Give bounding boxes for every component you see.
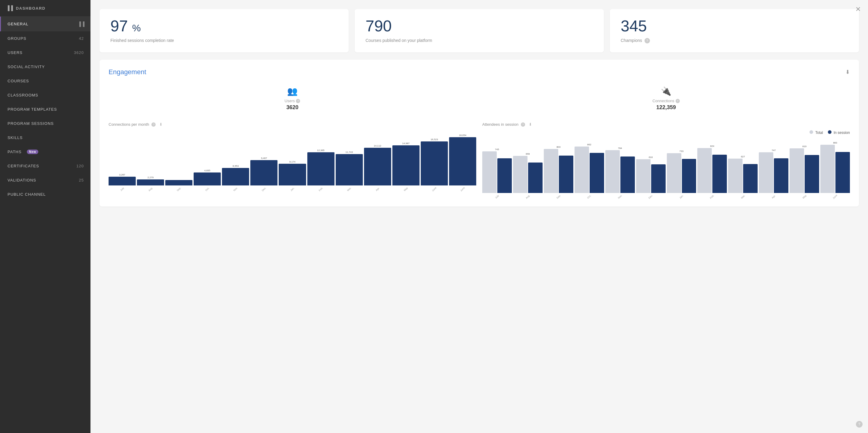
bar [307,152,335,185]
bar-x-label: Feb. [318,187,323,192]
total-bar [575,147,589,193]
completion-value: 97 % [111,18,338,34]
engagement-download-button[interactable]: ⬇ [845,69,850,75]
dual-bar-group: 747Apr. [759,149,788,198]
sidebar-item-social-activity[interactable]: SOCIAL ACTIVITY [0,60,91,74]
total-bar [667,153,681,193]
bar-group: 2,279Aug. [137,176,164,191]
bar-x-label: Aug. [148,187,153,192]
total-bar [636,159,651,193]
sidebar-count-groups: 42 [79,36,84,41]
bar-value-label: 11,743 [345,151,352,153]
attendees-chart-help[interactable]: ? [521,122,525,127]
sidebar-label-public-channel: PUBLIC CHANNEL [7,192,46,196]
bar-x-label: May [403,187,408,192]
connections-chart-help[interactable]: ? [151,122,156,127]
total-bar [728,159,743,193]
sidebar-label-classrooms: CLASSROOMS [7,93,38,97]
bar-x-label: Sep. [556,194,561,199]
bar-insession-value: 745 [495,148,499,151]
bar-group: Sep. [165,177,192,191]
users-help-icon[interactable]: ? [296,99,300,103]
sidebar-item-general[interactable]: GENERAL▐▐ [0,17,91,31]
global-help-icon[interactable]: ? [856,421,863,428]
courses-card: 790 Courses published on your platform [355,9,604,53]
bar-insession-value: 616 [649,156,653,159]
dual-bar-group: 784Nov. [605,147,635,198]
bar-group: 14,987May [392,142,420,191]
bar [250,160,277,185]
bar-insession-value: 883 [833,142,837,144]
bar-x-label: Nov. [233,187,239,192]
attendees-chart-download[interactable]: ⬇ [529,122,532,127]
bar-insession-value: 784 [618,147,622,150]
sidebar-item-certificates[interactable]: CERTIFICATES120 [0,159,91,173]
sidebar-item-program-sessions[interactable]: PROGRAM SESSIONS [0,116,91,130]
bar-group: 18,054June [449,134,476,191]
sidebar-label-certificates: CERTIFICATES [7,164,39,168]
bar-x-label: July [120,187,125,192]
users-icon: 👥 [287,86,298,96]
sidebar-item-classrooms[interactable]: CLASSROOMS [0,88,91,102]
connections-stat: 🔌 Connections ? 122,359 [482,83,850,114]
dual-bar-group: 733Jan. [667,150,696,198]
engagement-stats: 👥 Users ? 3620 🔌 Connections ? 122,359 [108,83,850,114]
connections-chart-header: Connections per month ? ⬇ [108,122,476,127]
dual-bar-group: 819May [789,145,819,198]
insession-bar [682,159,696,193]
attendees-chart-header: Attendees in session ? ⬇ [482,122,850,127]
users-value: 3620 [286,104,298,111]
bar-x-label: Jan. [679,194,684,199]
dual-bar-group: 824Feb. [697,145,727,198]
dual-bar-group: 659Aug. [513,153,542,198]
bar-insession-value: 824 [710,145,714,148]
sidebar-header: ▐▐ DASHBOARD [0,0,91,17]
sidebar-item-skills[interactable]: SKILLS [0,130,91,145]
charts-area: Connections per month ? ⬇ 3,267July2,279… [108,122,850,198]
sidebar-title: DASHBOARD [16,6,45,10]
connections-value: 122,359 [656,104,676,111]
bar-insession-value: 862 [587,143,591,146]
sidebar-item-paths[interactable]: PATHSNew [0,145,91,159]
bar-group: 16,523June [421,138,448,191]
bar-insession-value: 659 [526,153,530,155]
bar-value-label: 3,267 [119,174,125,176]
bar [137,179,164,185]
connections-chart-section: Connections per month ? ⬇ 3,267July2,279… [108,122,476,198]
sidebar-label-users: USERS [7,50,23,55]
connections-help-icon[interactable]: ? [676,99,680,103]
insession-bar [590,153,604,193]
bar-insession-value: 627 [741,155,745,158]
bar-value-label: 18,054 [459,134,466,136]
bar [108,177,136,185]
sidebar-item-groups[interactable]: GROUPS42 [0,31,91,45]
courses-label: Courses published on your platform [366,38,593,43]
dual-bar-group: 883June [820,142,850,198]
bar-x-label: June [432,186,437,192]
bar-value-label: 12,365 [317,149,324,152]
bar-value-label: 9,467 [261,157,267,159]
sidebar-item-validations[interactable]: VALIDATIONS25 [0,173,91,187]
users-label: Users ? [285,99,300,103]
sidebar-item-program-templates[interactable]: PROGRAM TEMPLATES [0,102,91,116]
total-bar [789,148,804,193]
bar [449,137,476,185]
completion-label: Finished sessions completion rate [111,38,338,43]
bar-value-label: 8,174 [289,160,295,163]
bar [392,145,420,185]
completion-unit: % [132,23,141,33]
attendees-bar-chart: 745July659Aug.803Sep.862Oct.784Nov.616De… [482,138,850,198]
sidebar-item-public-channel[interactable]: PUBLIC CHANNEL [0,187,91,202]
champions-card: 345 Champions ? [610,9,859,53]
bar-value-label: 14,987 [402,142,409,145]
sidebar-item-users[interactable]: USERS3620 [0,45,91,60]
sidebar-count-validations: 25 [79,178,84,182]
connections-chart-download[interactable]: ⬇ [159,122,162,127]
champions-help-icon[interactable]: ? [645,38,650,43]
connections-chart-title: Connections per month [108,122,149,127]
legend-insession: In session [828,130,850,135]
bar-x-label: June [832,194,838,199]
sidebar-item-courses[interactable]: COURSES [0,74,91,88]
close-button[interactable]: ✕ [855,5,861,13]
bar-insession-value: 819 [803,145,806,148]
